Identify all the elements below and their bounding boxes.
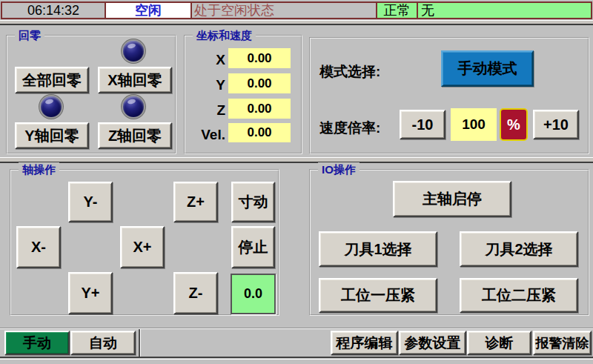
y-axis-label: Y	[188, 75, 225, 95]
bottom-bar-separator	[139, 329, 140, 357]
home-z-button[interactable]: Z轴回零	[98, 122, 172, 149]
tool2-select-button[interactable]: 刀具2选择	[460, 231, 578, 267]
x-plus-button[interactable]: X+	[120, 226, 165, 268]
z-position-value: 0.00	[228, 99, 291, 119]
status-message: 处于空闲状态	[191, 3, 376, 18]
z-home-led	[123, 96, 144, 117]
program-edit-button[interactable]: 程序编辑	[331, 331, 398, 355]
z-axis-label: Z	[188, 100, 225, 120]
y-plus-button[interactable]: Y+	[68, 272, 113, 314]
stop-button[interactable]: 停止	[231, 226, 275, 268]
station2-clamp-button[interactable]: 工位二压紧	[460, 278, 578, 313]
home-y-button[interactable]: Y轴回零	[15, 122, 89, 149]
speed-rate-label: 速度倍率:	[319, 119, 380, 138]
homing-group-title: 回零	[15, 28, 44, 43]
x-axis-label: X	[188, 50, 225, 70]
home-all-button[interactable]: 全部回零	[15, 67, 89, 93]
rate-value: 100	[451, 108, 497, 141]
mode-select-label: 模式选择:	[319, 62, 380, 82]
status-bar: 06:14:32 空闲 处于空闲状态 正常 无	[1, 1, 592, 19]
io-group: IO操作 主轴启停 刀具1选择 刀具2选择 工位一压紧 工位二压紧	[309, 169, 589, 316]
axis-group-title: 轴操作	[19, 162, 59, 177]
footer-divider	[0, 357, 593, 360]
rate-plus-button[interactable]: +10	[533, 110, 579, 139]
coords-group: 坐标和速度 X 0.00 Y 0.00 Z 0.00 Vel. 0.00	[184, 35, 302, 154]
rate-minus-button[interactable]: -10	[400, 110, 445, 139]
percent-unit: %	[500, 108, 528, 141]
alarm-message: 无	[417, 3, 591, 18]
bottom-divider	[0, 328, 593, 329]
tool1-select-button[interactable]: 刀具1选择	[319, 231, 437, 267]
velocity-value: 0.00	[228, 123, 291, 142]
z-plus-button[interactable]: Z+	[173, 182, 218, 222]
jog-step-value: 0.0	[231, 274, 276, 314]
manual-mode-tab[interactable]: 手动	[4, 331, 70, 355]
io-group-title: IO操作	[318, 162, 360, 177]
station1-clamp-button[interactable]: 工位一压紧	[319, 278, 437, 313]
clock: 06:14:32	[2, 3, 105, 18]
mode-button[interactable]: 手动模式	[441, 50, 534, 87]
velocity-label: Vel.	[188, 125, 225, 145]
y-position-value: 0.00	[228, 73, 291, 93]
home-x-button[interactable]: X轴回零	[98, 67, 172, 93]
homing-group: 回零 全部回零 X轴回零 Y轴回零 Z轴回零	[6, 35, 176, 154]
spindle-toggle-button[interactable]: 主轴启停	[393, 181, 511, 217]
param-settings-button[interactable]: 参数设置	[399, 331, 466, 355]
diagnosis-button[interactable]: 诊断	[467, 331, 531, 355]
x-position-value: 0.00	[228, 48, 291, 68]
machine-state: 空闲	[105, 3, 191, 18]
axis-group: 轴操作 Y- Z+ 寸动 X- X+ 停止 Y+ Z- 0.0	[10, 169, 279, 316]
jog-button[interactable]: 寸动	[231, 182, 275, 222]
auto-mode-tab[interactable]: 自动	[70, 331, 136, 355]
x-home-led	[123, 41, 144, 62]
y-minus-button[interactable]: Y-	[68, 182, 113, 222]
coords-group-title: 坐标和速度	[193, 28, 256, 43]
alarm-clear-button[interactable]: 报警清除	[533, 331, 592, 355]
y-home-led	[41, 96, 62, 117]
alarm-state: 正常	[376, 3, 417, 18]
z-minus-button[interactable]: Z-	[173, 272, 218, 314]
x-minus-button[interactable]: X-	[16, 226, 61, 268]
top-divider	[0, 20, 593, 25]
mode-group: 模式选择: 手动模式 速度倍率: -10 100 % +10	[309, 37, 589, 154]
middle-divider	[0, 157, 593, 163]
